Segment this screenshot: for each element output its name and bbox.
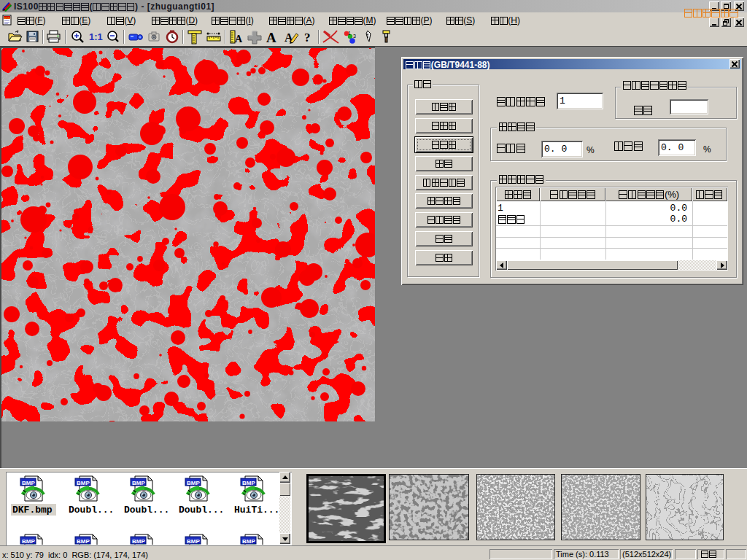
svg-text:A: A (266, 30, 276, 45)
svg-text:A: A (235, 34, 243, 44)
svg-text:1: 1 (348, 31, 351, 36)
svg-text:?: ? (304, 31, 311, 44)
svg-text:3: 3 (353, 34, 356, 39)
svg-text:1:1: 1:1 (89, 31, 103, 42)
svg-text:DOC: DOC (4, 16, 11, 20)
